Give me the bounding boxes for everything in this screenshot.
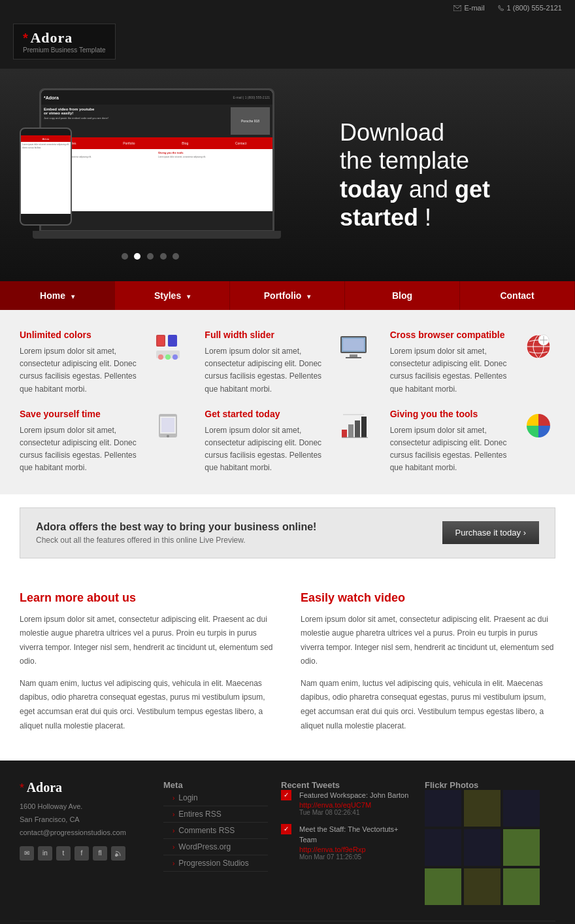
footer-link-progression[interactable]: › Progression Studios [163,855,268,872]
flickr-photo-6[interactable] [503,829,540,866]
dot-3[interactable] [147,253,154,260]
facebook-icon[interactable]: f [74,846,89,861]
cta-text: Adora offers the best way to bring your … [36,521,316,545]
svg-rect-12 [343,339,364,351]
chart-icon [337,409,370,443]
nav-portfolio[interactable]: Portfolio ▾ [230,281,345,310]
dot-2[interactable] [134,253,140,260]
email-social-icon[interactable]: ✉ [20,846,34,861]
flickr-photo-7[interactable] [425,868,461,905]
features-grid: Unlimited colors Lorem ipsum dolor sit a… [20,330,555,475]
pie-icon [521,409,555,443]
feature-3-title: Cross browser compatible [390,330,515,340]
tweet-1-date: Tue Mar 08 02:26:41 [299,809,408,816]
flickr-photo-8[interactable] [464,868,501,905]
feature-giving-tools: Giving you the tools Lorem ipsum dolor s… [390,409,555,475]
feature-6-desc: Lorem ipsum dolor sit amet, consectetur … [390,424,515,475]
phone-screen: Adora Lorem ipsum dolor sit amet consect… [21,135,71,214]
tweet-1-link[interactable]: http://enva.to/eqUC7M [299,801,408,809]
flickr-icon[interactable]: fl [93,846,107,861]
top-bar: E-mail 1 (800) 555-2121 [0,0,575,16]
about-learn: Learn more about us Lorem ipsum dolor si… [20,591,274,742]
footer-social: ✉ in t f fl [20,846,150,861]
monitor-icon [337,330,370,364]
email-contact[interactable]: E-mail [453,4,484,12]
nav-portfolio-arrow: ▾ [307,293,310,300]
tablet-icon [151,409,185,443]
tweet-2-link[interactable]: http://enva.to/f9eRxp [299,846,412,853]
hero-dots [13,245,288,262]
about-learn-para2: Nam quam enim, luctus vel adipiscing qui… [20,677,274,733]
flickr-photo-3[interactable] [503,790,540,827]
tweet-1-text: Featured Workspace: John Barton [299,790,408,801]
tweet-2: ✓ Meet the Staff: The Vectortuts+ Team h… [281,824,412,861]
arrow-icon: › [172,827,174,834]
nav-blog[interactable]: Blog [345,281,460,310]
svg-rect-11 [346,357,361,358]
about-learn-para1: Lorem ipsum dolor sit amet, consectetur … [20,613,274,669]
tweet-2-text: Meet the Staff: The Vectortuts+ Team [299,824,412,846]
flickr-photo-2[interactable] [464,790,501,827]
arrow-icon: › [172,795,174,802]
feature-full-width-slider: Full width slider Lorem ipsum dolor sit … [205,330,370,396]
arrow-icon: › [172,811,174,818]
footer-link-login[interactable]: › Login [163,790,268,806]
svg-point-20 [167,435,169,437]
nav-styles[interactable]: Styles ▾ [115,281,230,310]
cta-banner: Adora offers the best way to bring your … [20,507,555,558]
nav-contact[interactable]: Contact [460,281,575,310]
purchase-button[interactable]: Purchase it today › [442,521,539,544]
tweet-check-icon-2: ✓ [281,824,291,834]
hero-section: *Adora E-mail | 1 (800) 555-2121 Embed v… [0,69,575,281]
logo[interactable]: * Adora Premium Business Template [13,24,116,60]
linkedin-icon[interactable]: in [38,846,52,861]
footer-meta-heading: Meta [163,780,268,790]
svg-rect-24 [355,420,360,437]
flickr-photo-9[interactable] [503,868,540,905]
about-section: Learn more about us Lorem ipsum dolor si… [0,572,575,761]
flickr-photo-4[interactable] [425,829,461,866]
cta-subtext: Check out all the features offered in th… [36,536,316,545]
nav-home[interactable]: Home ▾ [0,281,115,310]
logo-subtitle: Premium Business Template [23,46,106,54]
dot-1[interactable] [122,253,128,260]
footer-link-rss[interactable]: › Entires RSS [163,806,268,823]
footer: * Adora 1600 Holloway Ave.San Francisco,… [0,761,575,924]
svg-rect-10 [350,354,357,357]
svg-rect-25 [361,417,367,437]
about-learn-title: Learn more about us [20,591,274,605]
footer-flickr-heading: Flickr Photos [425,780,555,790]
palette-icon [151,330,185,364]
dot-5[interactable] [172,253,179,260]
rss-icon[interactable] [111,846,125,861]
svg-rect-21 [161,418,174,432]
about-video: Easily watch video Lorem ipsum dolor sit… [301,591,555,742]
footer-address: 1600 Holloway Ave.San Francisco, CAconta… [20,800,150,839]
flickr-photo-1[interactable] [425,790,461,827]
footer-link-comments-rss[interactable]: › Comments RSS [163,823,268,839]
phone-icon [498,5,504,11]
logo-name: Adora [30,29,73,46]
globe-icon [521,330,555,364]
svg-rect-7 [157,336,164,345]
svg-rect-27 [343,414,364,415]
about-video-para1: Lorem ipsum dolor sit amet, consectetur … [301,613,555,669]
email-icon [453,5,461,11]
feature-save-time: Save yourself time Lorem ipsum dolor sit… [20,409,185,475]
feature-6-title: Giving you the tools [390,409,515,419]
footer-grid: * Adora 1600 Holloway Ave.San Francisco,… [20,780,555,921]
hero-devices: *Adora E-mail | 1 (800) 555-2121 Embed v… [13,88,288,245]
svg-point-6 [172,354,178,360]
logo-star: * [23,31,28,45]
footer-link-wordpress[interactable]: › WordPress.org [163,839,268,855]
footer-flickr: Flickr Photos [425,780,555,905]
twitter-icon[interactable]: t [56,846,71,861]
footer-tweets-heading: Recent Tweets [281,780,412,790]
flickr-photo-5[interactable] [464,829,501,866]
footer-logo-name: Adora [27,780,62,795]
cta-heading: Adora offers the best way to bring your … [36,521,316,533]
feature-unlimited-colors: Unlimited colors Lorem ipsum dolor sit a… [20,330,185,396]
feature-1-desc: Lorem ipsum dolor sit amet, consectetur … [20,345,144,396]
feature-2-title: Full width slider [205,330,329,340]
dot-4[interactable] [160,253,167,260]
